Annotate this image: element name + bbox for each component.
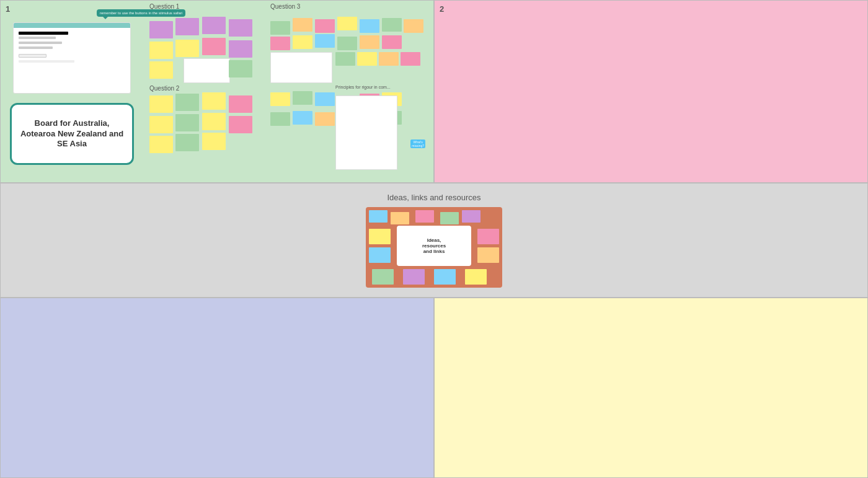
quadrant-top-left: 1 remember to use the buttons in the sti…	[0, 0, 434, 183]
quadrant-bottom-right: remember to use the buttons in the stimu…	[434, 298, 868, 478]
inner-ideas-label: Ideas,resourcesand links	[397, 226, 471, 266]
q3-cluster-tl: Principles for rigour in com...	[270, 12, 428, 179]
ideas-title: Ideas, links and resources	[387, 193, 480, 202]
col-header-q3-tl: Question 3	[270, 3, 300, 10]
section-number-1: 1	[6, 4, 10, 14]
quadrant-bottom-left: remember to use the buttons in the stimu…	[0, 298, 434, 478]
middle-strip: Ideas, links and resources Ideas,resourc…	[0, 183, 868, 298]
q1-cluster-tl: Question 2	[149, 12, 264, 179]
remember-tooltip-1: remember to use the buttons in the stimu…	[97, 9, 185, 17]
center-board: Ideas,resourcesand links	[366, 207, 502, 288]
board-label-1: Board for Australia, Aotearoa New Zealan…	[10, 103, 134, 165]
slide-preview-1	[13, 22, 131, 94]
section-number-2: 2	[440, 4, 444, 14]
quadrant-top-right: 2 remember to use the buttons in the sti…	[434, 0, 868, 183]
whats-missing-tl: What'smissing?	[410, 139, 425, 148]
